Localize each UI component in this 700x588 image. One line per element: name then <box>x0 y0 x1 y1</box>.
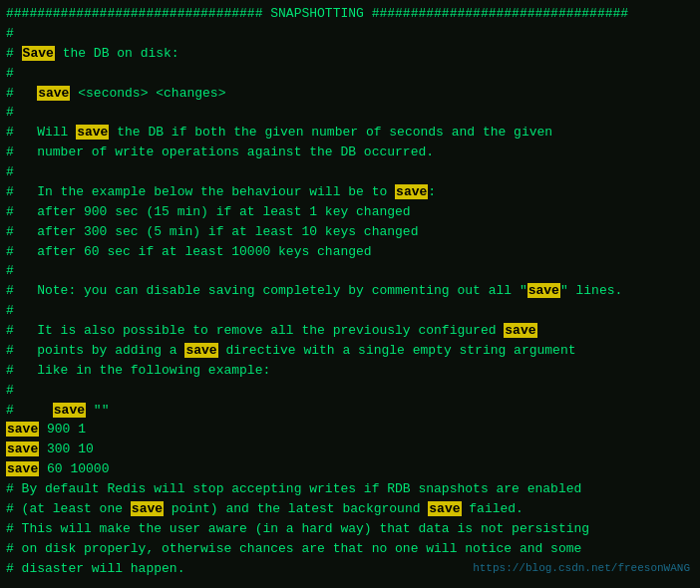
terminal-line: # <box>6 301 694 321</box>
terminal-line: # number of write operations against the… <box>6 143 694 162</box>
terminal-line: # disaster will happen. <box>6 559 694 579</box>
highlight-keyword: save <box>6 422 39 437</box>
highlight-keyword: save <box>527 283 560 298</box>
terminal-content: ################################# SNAPSH… <box>0 0 700 588</box>
terminal-line: save 60 10000 <box>6 459 694 479</box>
terminal-line: # <box>6 64 694 84</box>
highlight-keyword: save <box>6 441 39 456</box>
terminal-line: # after 60 sec if at least 10000 keys ch… <box>6 242 694 262</box>
terminal-line: # <box>6 103 694 123</box>
terminal-line: # This will make the user aware (in a ha… <box>6 519 694 539</box>
highlight-keyword: save <box>428 501 461 516</box>
terminal-line: # like in the following example: <box>6 361 694 381</box>
terminal-line: # save "" <box>6 401 694 421</box>
terminal-line: # It is also possible to remove all the … <box>6 321 694 341</box>
highlight-keyword: save <box>6 461 39 476</box>
highlight-keyword: Save <box>22 46 55 61</box>
highlight-keyword: save <box>53 403 86 418</box>
terminal-line: save 900 1 <box>6 420 694 440</box>
terminal-line: # after 900 sec (15 min) if at least 1 k… <box>6 202 694 222</box>
highlight-keyword: save <box>131 501 164 516</box>
terminal-line: # on disk properly, otherwise chances ar… <box>6 539 694 559</box>
highlight-keyword: save <box>184 343 217 358</box>
terminal-line: # Save the DB on disk: <box>6 44 694 64</box>
highlight-keyword: save <box>37 86 70 101</box>
terminal-line: # <box>6 381 694 401</box>
terminal-line: # Note: you can disable saving completel… <box>6 281 694 301</box>
terminal-line: # Will save the DB if both the given num… <box>6 123 694 143</box>
terminal-line: save 300 10 <box>6 440 694 459</box>
terminal-line: # <box>6 261 694 281</box>
terminal-line: # <box>6 162 694 182</box>
terminal-line: # save <seconds> <changes> <box>6 84 694 104</box>
highlight-keyword: save <box>395 184 428 199</box>
terminal-line: ################################# SNAPSH… <box>6 4 694 24</box>
terminal-wrapper: ################################# SNAPSH… <box>0 0 700 588</box>
terminal-line: # (at least one save point) and the late… <box>6 499 694 519</box>
highlight-keyword: save <box>504 323 536 338</box>
terminal-line: # By default Redis will stop accepting w… <box>6 479 694 499</box>
terminal-line: # points by adding a save directive with… <box>6 341 694 361</box>
terminal-line: # after 300 sec (5 min) if at least 10 k… <box>6 222 694 242</box>
terminal-line: # In the example below the behaviour wil… <box>6 182 694 202</box>
terminal-line: # <box>6 24 694 44</box>
highlight-keyword: save <box>76 125 109 140</box>
